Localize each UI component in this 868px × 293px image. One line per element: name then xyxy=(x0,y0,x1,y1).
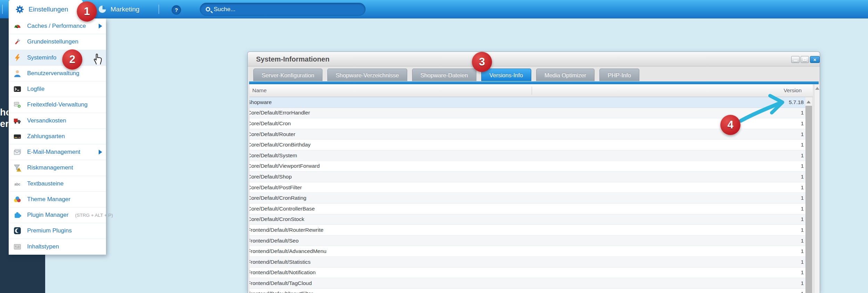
table-row[interactable]: Frontend/Default/Seo1 xyxy=(249,236,805,246)
submenu-arrow-icon xyxy=(99,24,102,29)
menu-item-label: Versandkosten xyxy=(27,117,66,124)
cell-name: Core/Default/CronStock xyxy=(249,216,304,222)
tab-shopware-verzeichnisse[interactable]: Shopware-Verzeichnisse xyxy=(327,69,407,81)
scroll-up-arrow-icon[interactable] xyxy=(815,87,819,90)
window-titlebar[interactable]: System-Informationen × xyxy=(248,52,820,66)
menu-item-benutzerverwaltung[interactable]: Benutzerverwaltung xyxy=(9,66,106,81)
menu-item-logfile[interactable]: Logfile xyxy=(9,81,106,97)
menubar-divider xyxy=(2,5,3,14)
menubar-item-marketing[interactable]: Marketing xyxy=(99,0,139,18)
einstellungen-dropdown-menu: Caches / PerformanceGrundeinstellungenSy… xyxy=(9,18,106,255)
cell-version: 1 xyxy=(801,131,804,137)
annotation-badge-1: 1 xyxy=(77,1,97,22)
tab-versions-info[interactable]: Versions-Info xyxy=(481,69,531,81)
menu-item-e-mail-management[interactable]: E-Mail-Management xyxy=(9,144,106,160)
table-row[interactable]: Frontend/Default/Statistics1 xyxy=(249,257,805,268)
cell-name: Frontend/Default/Seo xyxy=(249,238,298,244)
table-row[interactable]: Frontend/Default/Notification1 xyxy=(249,268,805,278)
grid-scrollbar[interactable] xyxy=(805,97,812,293)
menubar-divider xyxy=(158,5,159,14)
panel-scrollbar-track[interactable] xyxy=(814,84,820,293)
annotation-badge-4: 4 xyxy=(720,115,740,135)
table-row[interactable]: Core/Default/ControllerBase1 xyxy=(249,204,805,214)
column-separator[interactable] xyxy=(532,87,532,95)
maximize-icon xyxy=(803,58,806,61)
credit-card-icon xyxy=(14,133,21,140)
menu-item-premium-plugins[interactable]: Premium Plugins xyxy=(9,223,106,239)
menu-item-shortcut: (STRG + ALT + P) xyxy=(75,213,113,218)
menu-item-versandkosten[interactable]: Versandkosten xyxy=(9,113,106,129)
menu-item-label: E-Mail-Management xyxy=(27,149,80,156)
table-row[interactable]: Core/Default/CronRating1 xyxy=(249,193,805,204)
global-search xyxy=(200,3,366,16)
cell-version: 1 xyxy=(801,216,804,222)
table-row[interactable]: Core/Default/ErrorHandler1 xyxy=(249,108,805,119)
cell-name: Shopware xyxy=(249,99,272,105)
funnel-warning-icon xyxy=(14,164,21,172)
cell-name: Core/Default/Router xyxy=(249,131,295,137)
close-button[interactable]: × xyxy=(810,56,820,63)
column-header-version[interactable]: Version xyxy=(784,87,802,94)
menu-item-label: Freitextfeld-Verwaltung xyxy=(27,101,88,108)
search-input[interactable] xyxy=(214,6,346,13)
table-row[interactable]: Core/Default/PostFilter1 xyxy=(249,182,805,193)
menu-item-zahlungsarten[interactable]: Zahlungsarten xyxy=(9,129,106,144)
cell-version: 1 xyxy=(801,269,804,276)
menu-item-freitextfeld-verwaltung[interactable]: Freitextfeld-Verwaltung xyxy=(9,97,106,113)
terminal-icon xyxy=(14,85,21,93)
abc-icon: abc xyxy=(14,180,21,188)
cell-version: 1 xyxy=(801,142,804,148)
cell-version: 1 xyxy=(801,259,804,265)
menu-item-label: Systeminfo xyxy=(27,54,56,61)
cell-version: 1 xyxy=(801,184,804,191)
menu-item-grundeinstellungen[interactable]: Grundeinstellungen xyxy=(9,34,106,50)
pie-chart-icon xyxy=(99,6,106,13)
sidebar-text-fragment: hop xyxy=(0,107,8,118)
column-header-name[interactable]: Name xyxy=(252,87,267,94)
menu-item-theme-manager[interactable]: Theme Manager xyxy=(9,192,106,207)
scroll-up-arrow-icon[interactable] xyxy=(806,101,811,103)
table-row[interactable]: Frontend/Default/InputFilter1 xyxy=(249,289,805,293)
table-row[interactable]: Core/Default/Shop1 xyxy=(249,172,805,182)
menu-item-inhaltstypen[interactable]: Inhaltstypen xyxy=(9,239,106,255)
puzzle-icon xyxy=(14,211,21,219)
table-row[interactable]: Frontend/Default/AdvancedMenu1 xyxy=(249,246,805,257)
table-row[interactable]: Frontend/Default/TagCloud1 xyxy=(249,278,805,289)
menu-item-systeminfo[interactable]: Systeminfo xyxy=(9,50,106,66)
grid-header: Name Version xyxy=(249,84,813,97)
cell-version: 1 xyxy=(801,227,804,233)
hand-cursor-icon xyxy=(92,52,104,65)
menu-item-caches-performance[interactable]: Caches / Performance xyxy=(9,18,106,34)
table-row[interactable]: Core/Default/ViewportForward1 xyxy=(249,161,805,172)
cell-name: Frontend/Default/AdvancedMenu xyxy=(249,248,326,254)
menu-item-label: Inhaltstypen xyxy=(27,243,59,250)
maximize-button[interactable] xyxy=(801,56,809,63)
menu-item-textbausteine[interactable]: abcTextbausteine xyxy=(9,176,106,192)
table-row[interactable]: Frontend/Default/RouterRewrite1 xyxy=(249,225,805,236)
tab-shopware-dateien[interactable]: Shopware-Dateien xyxy=(412,69,476,81)
menu-item-label: Textbausteine xyxy=(27,180,64,187)
scrollbar-thumb[interactable] xyxy=(805,106,812,293)
cell-version: 5.7.18 xyxy=(789,99,804,105)
tab-server-konfiguration[interactable]: Server-Konfiguration xyxy=(253,69,322,81)
cell-version: 1 xyxy=(801,152,804,159)
annotation-badge-2: 2 xyxy=(62,49,82,70)
tab-media-optimizer[interactable]: Media Optimizer xyxy=(536,69,595,81)
cell-version: 1 xyxy=(801,238,804,244)
table-row[interactable]: Core/Default/CronBirthday1 xyxy=(249,140,805,150)
cell-version: 1 xyxy=(801,110,804,116)
lightning-icon xyxy=(14,54,21,62)
cell-version: 1 xyxy=(801,120,804,127)
tab-php-info[interactable]: PHP-Info xyxy=(599,69,639,81)
top-menubar: Marketing ? xyxy=(0,0,868,18)
table-row[interactable]: Core/Default/CronStock1 xyxy=(249,214,805,225)
menubar-item-einstellungen[interactable]: Einstellungen xyxy=(9,0,83,18)
table-row[interactable]: Shopware5.7.18 xyxy=(249,97,805,108)
table-row[interactable]: Core/Default/System1 xyxy=(249,150,805,161)
help-button[interactable]: ? xyxy=(172,5,181,15)
menu-item-plugin-manager[interactable]: Plugin Manager(STRG + ALT + P) xyxy=(9,207,106,223)
menu-item-riskmanagement[interactable]: Riskmanagement xyxy=(9,160,106,176)
minimize-button[interactable] xyxy=(791,56,800,63)
question-mark-icon: ? xyxy=(175,7,178,13)
mail-icon xyxy=(14,148,21,156)
